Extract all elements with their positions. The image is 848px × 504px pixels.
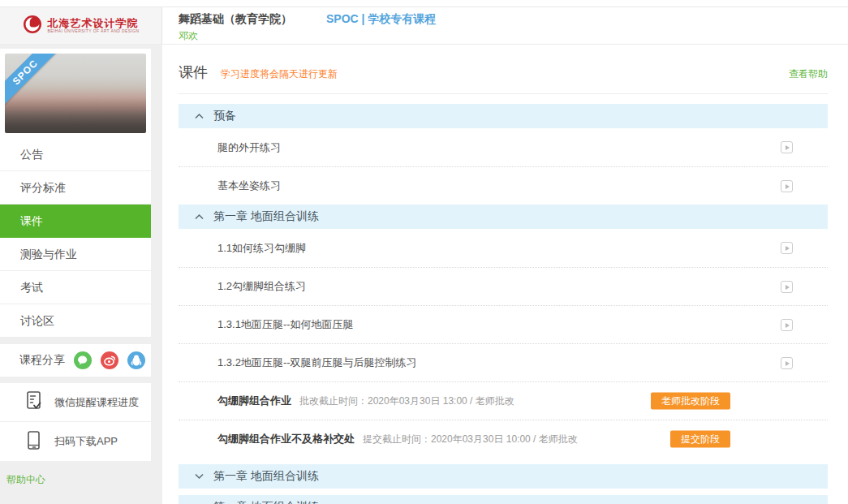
wechat-share-icon[interactable] — [74, 351, 92, 369]
section-title: 第一章 地面组合训练 — [213, 500, 319, 504]
sidebar-tools-card: 微信提醒课程进度 扫码下载APP — [0, 383, 151, 461]
sidebar-item-quizzes-homework[interactable]: 测验与作业 — [0, 238, 151, 271]
main-panel: 课件 学习进度将会隔天进行更新 查看帮助 预备 腿的外开练习 — [162, 45, 848, 504]
sidebar: SPOC 公告 评分标准 课件 测验与作业 考试 讨论区 课程分享 — [0, 45, 162, 504]
row-title: 1.3.2地面压腿--双腿前压腿与后腿控制练习 — [217, 355, 417, 370]
school-logo-swirl-icon — [22, 14, 43, 37]
courseware-row-homework[interactable]: 勾绷脚组合作业 批改截止时间：2020年03月30日 13:00 / 老师批改 … — [179, 381, 828, 420]
section-chapter1-collapsed: 第一章 地面组合训练 — [179, 464, 828, 489]
header-course-area: 舞蹈基础（教育学院） SPOC | 学校专有课程 邓欢 — [162, 7, 848, 44]
school-name-cn: 北海艺术设计学院 — [47, 18, 139, 29]
section-title: 第一章 地面组合训练 — [213, 209, 319, 224]
stage-badge: 提交阶段 — [670, 431, 730, 448]
courseware-row-video[interactable]: 基本坐姿练习 — [179, 166, 828, 205]
sidebar-item-exams[interactable]: 考试 — [0, 271, 151, 304]
view-help-link[interactable]: 查看帮助 — [789, 67, 828, 81]
row-title: 1.3.1地面压腿--如何地面压腿 — [217, 317, 354, 332]
weibo-share-icon[interactable] — [101, 351, 118, 369]
content-row: SPOC 公告 评分标准 课件 测验与作业 考试 讨论区 课程分享 — [0, 45, 848, 504]
course-title: 舞蹈基础（教育学院） — [179, 12, 292, 27]
school-logo[interactable]: 北海艺术设计学院 BEIHAI UNIVERSITY OF ART AND DE… — [22, 14, 139, 37]
stage-badge: 老师批改阶段 — [651, 393, 730, 410]
course-share-card: 课程分享 — [0, 344, 151, 377]
video-play-icon[interactable] — [781, 319, 793, 331]
video-play-icon[interactable] — [781, 141, 793, 153]
homework-title: 勾绷脚组合作业不及格补交处 — [217, 432, 355, 446]
scan-download-app[interactable]: 扫码下载APP — [0, 422, 151, 461]
video-play-icon[interactable] — [781, 180, 793, 192]
section-header-preparation[interactable]: 预备 — [179, 104, 828, 128]
section-title: 第一章 地面组合训练 — [213, 469, 319, 484]
row-title: 1.1如何练习勾绷脚 — [217, 241, 306, 256]
progress-update-notice: 学习进度将会隔天进行更新 — [221, 67, 338, 81]
courseware-row-video[interactable]: 1.1如何练习勾绷脚 — [179, 229, 828, 267]
spoc-ribbon-badge: SPOC — [5, 54, 61, 108]
chevron-up-icon — [195, 113, 204, 119]
row-title: 1.2勾绷脚组合练习 — [217, 279, 306, 294]
course-cover-card: SPOC — [0, 49, 151, 138]
page-title: 课件 — [179, 62, 208, 82]
sidebar-menu: 公告 评分标准 课件 测验与作业 考试 讨论区 — [0, 138, 151, 338]
section-chapter1-collapsed: 第一章 地面组合训练 — [179, 495, 828, 504]
homework-deadline: 批改截止时间：2020年03月30日 13:00 / 老师批改 — [299, 394, 514, 408]
section-header-chapter1[interactable]: 第一章 地面组合训练 — [179, 205, 828, 229]
course-line: 舞蹈基础（教育学院） SPOC | 学校专有课程 — [179, 12, 848, 27]
top-strip — [0, 0, 848, 6]
sidebar-item-discussion[interactable]: 讨论区 — [0, 304, 151, 338]
sidebar-item-announcements[interactable]: 公告 — [0, 138, 151, 171]
courseware-row-video[interactable]: 1.3.2地面压腿--双腿前压腿与后腿控制练习 — [179, 343, 828, 381]
section-header-collapsed[interactable]: 第一章 地面组合训练 — [179, 464, 828, 489]
school-name-en: BEIHAI UNIVERSITY OF ART AND DESIGN — [47, 29, 139, 34]
sidebar-item-courseware[interactable]: 课件 — [0, 205, 151, 238]
chevron-up-icon — [195, 213, 204, 220]
courseware-row-homework[interactable]: 勾绷脚组合作业不及格补交处 提交截止时间：2020年03月30日 10:00 /… — [179, 420, 828, 458]
header-logo-area: 北海艺术设计学院 BEIHAI UNIVERSITY OF ART AND DE… — [0, 7, 162, 44]
sidebar-item-grading-criteria[interactable]: 评分标准 — [0, 171, 151, 205]
video-play-icon[interactable] — [781, 281, 793, 293]
section-preparation: 预备 腿的外开练习 基本坐姿练习 — [179, 104, 828, 205]
document-check-icon — [24, 390, 44, 414]
course-share-label: 课程分享 — [19, 353, 65, 368]
help-center-link[interactable]: 帮助中心 — [6, 473, 45, 487]
video-play-icon[interactable] — [781, 242, 793, 254]
courseware-row-video[interactable]: 1.2勾绷脚组合练习 — [179, 267, 828, 305]
mobile-phone-icon — [24, 430, 44, 454]
row-title: 基本坐姿练习 — [217, 179, 281, 193]
section-title: 预备 — [213, 109, 236, 123]
wechat-progress-reminder[interactable]: 微信提醒课程进度 — [0, 383, 151, 422]
homework-deadline: 提交截止时间：2020年03月30日 10:00 / 老师批改 — [363, 433, 578, 446]
scan-download-app-label: 扫码下载APP — [54, 434, 118, 449]
course-cover-photo: SPOC — [5, 54, 146, 133]
homework-title: 勾绷脚组合作业 — [217, 394, 291, 408]
video-play-icon[interactable] — [781, 357, 793, 369]
app-window: 北海艺术设计学院 BEIHAI UNIVERSITY OF ART AND DE… — [0, 0, 848, 504]
qq-share-icon[interactable] — [127, 351, 145, 369]
courseware-row-video[interactable]: 1.3.1地面压腿--如何地面压腿 — [179, 305, 828, 343]
wechat-progress-reminder-label: 微信提醒课程进度 — [54, 395, 139, 410]
courseware-row-video[interactable]: 腿的外开练习 — [179, 128, 828, 166]
username[interactable]: 邓欢 — [179, 29, 848, 43]
main-header: 课件 学习进度将会隔天进行更新 查看帮助 — [179, 62, 828, 82]
header: 北海艺术设计学院 BEIHAI UNIVERSITY OF ART AND DE… — [0, 6, 848, 45]
section-chapter1: 第一章 地面组合训练 1.1如何练习勾绷脚 1.2勾绷脚组合练习 1.3.1地面… — [179, 205, 828, 458]
course-type-link[interactable]: SPOC | 学校专有课程 — [326, 12, 436, 27]
row-title: 腿的外开练习 — [217, 140, 281, 155]
courseware-sections: 预备 腿的外开练习 基本坐姿练习 — [179, 104, 828, 504]
section-header-collapsed[interactable]: 第一章 地面组合训练 — [179, 495, 828, 504]
chevron-down-icon — [195, 473, 204, 480]
school-logo-text: 北海艺术设计学院 BEIHAI UNIVERSITY OF ART AND DE… — [47, 18, 139, 34]
main-divider — [179, 93, 828, 94]
